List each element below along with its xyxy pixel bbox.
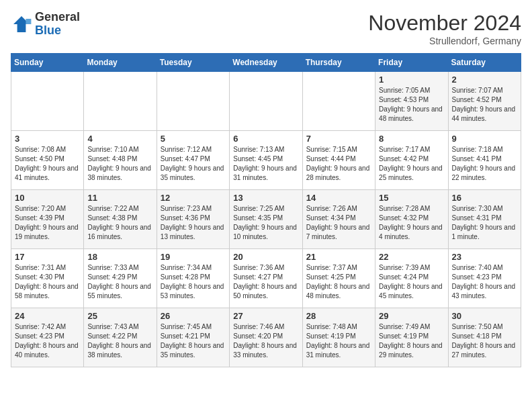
day-cell: 22Sunrise: 7:39 AMSunset: 4:24 PMDayligh… (375, 249, 448, 308)
day-cell: 10Sunrise: 7:20 AMSunset: 4:39 PMDayligh… (11, 190, 84, 249)
day-info-line: Daylight: 9 hours and 10 minutes. (233, 224, 297, 240)
day-cell: 17Sunrise: 7:31 AMSunset: 4:30 PMDayligh… (11, 249, 84, 308)
day-cell: 26Sunrise: 7:45 AMSunset: 4:21 PMDayligh… (157, 308, 229, 367)
logo: General Blue (11, 11, 80, 38)
day-info: Sunrise: 7:07 AMSunset: 4:52 PMDaylight:… (452, 86, 517, 124)
day-info-line: Daylight: 9 hours and 25 minutes. (379, 165, 443, 181)
location: Strullendorf, Germany (368, 36, 521, 46)
header: General Blue November 2024 Strullendorf,… (11, 11, 521, 46)
day-info: Sunrise: 7:22 AMSunset: 4:38 PMDaylight:… (87, 204, 152, 242)
day-info: Sunrise: 7:20 AMSunset: 4:39 PMDaylight:… (15, 204, 80, 242)
day-cell (11, 72, 84, 131)
day-info-line: Sunset: 4:47 PM (161, 155, 210, 163)
day-info: Sunrise: 7:15 AMSunset: 4:44 PMDaylight:… (306, 145, 371, 183)
day-info-line: Sunset: 4:23 PM (15, 332, 64, 340)
day-info-line: Sunset: 4:22 PM (87, 332, 137, 340)
day-cell: 27Sunrise: 7:46 AMSunset: 4:20 PMDayligh… (230, 308, 302, 367)
day-info-line: Daylight: 9 hours and 7 minutes. (306, 224, 370, 240)
day-info-line: Daylight: 8 hours and 45 minutes. (379, 283, 443, 300)
day-info-line: Sunrise: 7:22 AM (87, 205, 138, 212)
day-info-line: Daylight: 8 hours and 53 minutes. (161, 283, 224, 300)
day-info-line: Sunset: 4:18 PM (452, 332, 502, 340)
day-info-line: Sunrise: 7:49 AM (379, 323, 430, 330)
day-number: 15 (379, 193, 444, 203)
day-cell (84, 72, 157, 131)
day-info: Sunrise: 7:13 AMSunset: 4:45 PMDaylight:… (233, 145, 298, 183)
day-number: 21 (306, 252, 371, 262)
day-info-line: Sunset: 4:52 PM (452, 96, 502, 103)
col-header-thursday: Thursday (302, 54, 375, 72)
day-info-line: Sunrise: 7:39 AM (379, 264, 430, 271)
day-info-line: Sunrise: 7:43 AM (87, 323, 138, 330)
day-number: 26 (161, 311, 226, 321)
day-number: 25 (87, 311, 152, 321)
col-header-wednesday: Wednesday (230, 54, 302, 72)
day-number: 17 (15, 252, 80, 262)
day-cell (302, 72, 375, 131)
day-info-line: Sunrise: 7:46 AM (233, 323, 284, 330)
day-info: Sunrise: 7:36 AMSunset: 4:27 PMDaylight:… (233, 263, 298, 301)
day-info-line: Daylight: 8 hours and 33 minutes. (233, 342, 297, 359)
day-info: Sunrise: 7:49 AMSunset: 4:19 PMDaylight:… (379, 322, 444, 360)
day-info-line: Daylight: 9 hours and 41 minutes. (15, 165, 79, 181)
day-info-line: Sunset: 4:53 PM (379, 96, 429, 103)
day-number: 27 (233, 311, 298, 321)
day-info: Sunrise: 7:45 AMSunset: 4:21 PMDaylight:… (161, 322, 226, 360)
day-info-line: Daylight: 8 hours and 48 minutes. (306, 283, 370, 300)
day-info-line: Daylight: 8 hours and 27 minutes. (452, 342, 516, 359)
day-info-line: Sunset: 4:36 PM (161, 214, 210, 222)
day-cell: 12Sunrise: 7:23 AMSunset: 4:36 PMDayligh… (157, 190, 229, 249)
day-info-line: Daylight: 9 hours and 22 minutes. (452, 165, 516, 181)
day-info-line: Daylight: 8 hours and 31 minutes. (306, 342, 370, 359)
day-number: 1 (379, 75, 444, 85)
day-info: Sunrise: 7:34 AMSunset: 4:28 PMDaylight:… (161, 263, 226, 301)
day-info-line: Sunrise: 7:31 AM (15, 264, 66, 271)
day-info: Sunrise: 7:48 AMSunset: 4:19 PMDaylight:… (306, 322, 371, 360)
day-number: 22 (379, 252, 444, 262)
day-cell: 18Sunrise: 7:33 AMSunset: 4:29 PMDayligh… (84, 249, 157, 308)
day-info-line: Sunrise: 7:05 AM (379, 87, 430, 94)
week-row-2: 3Sunrise: 7:08 AMSunset: 4:50 PMDaylight… (11, 131, 521, 190)
day-info-line: Sunset: 4:31 PM (452, 214, 502, 222)
day-info-line: Daylight: 9 hours and 1 minute. (452, 224, 516, 240)
day-info-line: Sunrise: 7:25 AM (233, 205, 284, 212)
week-row-1: 1Sunrise: 7:05 AMSunset: 4:53 PMDaylight… (11, 72, 521, 131)
day-info-line: Sunset: 4:44 PM (306, 155, 356, 163)
day-number: 28 (306, 311, 371, 321)
day-cell: 9Sunrise: 7:18 AMSunset: 4:41 PMDaylight… (448, 131, 521, 190)
day-cell: 7Sunrise: 7:15 AMSunset: 4:44 PMDaylight… (302, 131, 375, 190)
day-number: 7 (306, 134, 371, 144)
day-info-line: Sunrise: 7:08 AM (15, 146, 66, 153)
day-number: 9 (452, 134, 517, 144)
day-info-line: Daylight: 9 hours and 31 minutes. (233, 165, 297, 181)
day-info-line: Sunrise: 7:13 AM (233, 146, 284, 153)
day-info-line: Sunset: 4:42 PM (379, 155, 429, 163)
day-info: Sunrise: 7:18 AMSunset: 4:41 PMDaylight:… (452, 145, 517, 183)
day-number: 13 (233, 193, 298, 203)
day-cell: 6Sunrise: 7:13 AMSunset: 4:45 PMDaylight… (230, 131, 302, 190)
day-info-line: Sunset: 4:38 PM (87, 214, 137, 222)
day-info: Sunrise: 7:08 AMSunset: 4:50 PMDaylight:… (15, 145, 80, 183)
day-cell: 5Sunrise: 7:12 AMSunset: 4:47 PMDaylight… (157, 131, 229, 190)
day-number: 20 (233, 252, 298, 262)
day-cell: 30Sunrise: 7:50 AMSunset: 4:18 PMDayligh… (448, 308, 521, 367)
logo-blue-text: Blue (35, 24, 80, 38)
day-cell: 19Sunrise: 7:34 AMSunset: 4:28 PMDayligh… (157, 249, 229, 308)
day-info: Sunrise: 7:28 AMSunset: 4:32 PMDaylight:… (379, 204, 444, 242)
day-info-line: Sunrise: 7:15 AM (306, 146, 357, 153)
day-info-line: Sunset: 4:20 PM (233, 332, 283, 340)
day-info-line: Sunset: 4:39 PM (15, 214, 64, 222)
day-info-line: Daylight: 8 hours and 29 minutes. (379, 342, 443, 359)
day-info-line: Sunset: 4:35 PM (233, 214, 283, 222)
day-info-line: Sunset: 4:48 PM (87, 155, 137, 163)
day-info: Sunrise: 7:50 AMSunset: 4:18 PMDaylight:… (452, 322, 517, 360)
day-number: 14 (306, 193, 371, 203)
day-info-line: Sunset: 4:28 PM (161, 273, 210, 281)
day-cell: 2Sunrise: 7:07 AMSunset: 4:52 PMDaylight… (448, 72, 521, 131)
day-cell: 16Sunrise: 7:30 AMSunset: 4:31 PMDayligh… (448, 190, 521, 249)
day-info-line: Sunset: 4:30 PM (15, 273, 64, 281)
day-info-line: Sunrise: 7:18 AM (452, 146, 503, 153)
day-info: Sunrise: 7:37 AMSunset: 4:25 PMDaylight:… (306, 263, 371, 301)
day-cell: 14Sunrise: 7:26 AMSunset: 4:34 PMDayligh… (302, 190, 375, 249)
day-info-line: Sunrise: 7:20 AM (15, 205, 66, 212)
